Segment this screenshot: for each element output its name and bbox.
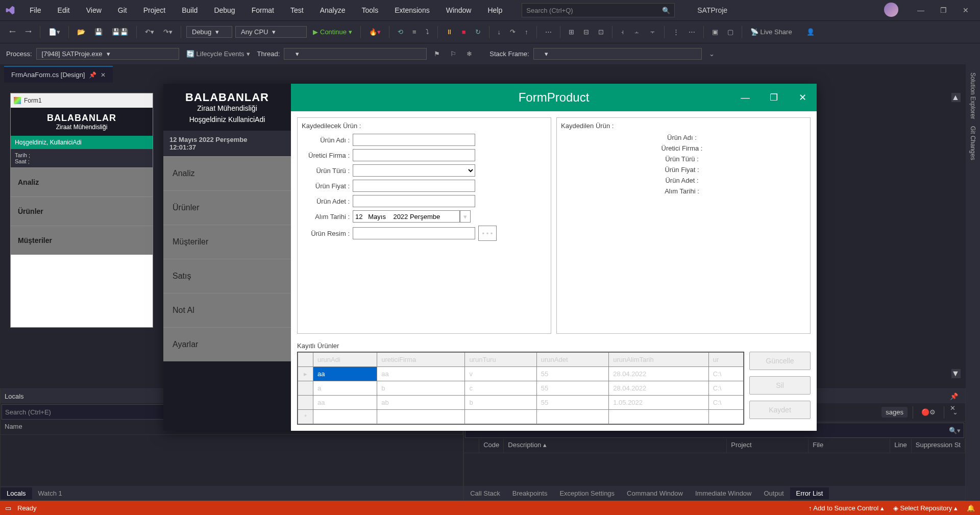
align-left-icon[interactable]: ⫞ [618, 26, 627, 38]
tab-exception[interactable]: Exception Settings [553, 487, 621, 499]
scrollbar[interactable]: ▼ [951, 369, 961, 378]
col-suppression[interactable]: Suppression St [912, 439, 965, 453]
table-row[interactable]: ▸ aa aa v 55 28.04.2022 C:\ [298, 367, 744, 381]
align-icon[interactable]: ⊡ [595, 26, 607, 38]
nav-notal[interactable]: Not Al [163, 293, 291, 327]
rows-icon[interactable]: ≡ [409, 26, 420, 38]
update-button[interactable]: Güncelle [749, 352, 811, 370]
app-maximize-button[interactable]: ❐ [760, 84, 788, 111]
continue-button[interactable]: ▶ Continue ▾ [310, 26, 355, 38]
threads-icon[interactable]: ❄ [463, 48, 475, 60]
toolbar-icon[interactable]: ⋯ [542, 26, 555, 38]
table-new-row[interactable]: * [298, 410, 744, 424]
save-icon[interactable]: 💾 [91, 26, 106, 38]
select-product-type[interactable] [353, 164, 475, 177]
chevron-down-icon[interactable]: ▾ [460, 210, 471, 223]
feedback-icon[interactable]: 👤 [803, 26, 818, 38]
col-file[interactable]: File [808, 439, 890, 453]
select-repository[interactable]: ◈ Select Repository ▴ [893, 504, 958, 512]
table-row[interactable]: aa ab b 55 1.05.2022 C:\ [298, 396, 744, 410]
menu-project[interactable]: Project [136, 3, 173, 17]
align-center-icon[interactable]: ⫠ [630, 26, 643, 38]
menu-edit[interactable]: Edit [51, 3, 77, 17]
thread-dropdown[interactable]: ▾ [284, 48, 427, 60]
browse-button[interactable]: • • • [478, 226, 497, 241]
menu-analyze[interactable]: Analyze [313, 3, 353, 17]
tab-locals[interactable]: Locals [1, 487, 32, 499]
config-dropdown[interactable]: Debug▾ [186, 26, 232, 38]
dock-solution-explorer[interactable]: Solution Explorer [968, 69, 977, 122]
pin-icon[interactable]: 📌 [89, 71, 96, 79]
spacing-icon[interactable]: ⋮ [670, 26, 682, 38]
tab-immediate[interactable]: Immediate Window [689, 487, 758, 499]
intellisense-filter-icon[interactable]: 🔴⚙ [918, 406, 939, 418]
products-datagrid[interactable]: urunAdi ureticiFirma urunTuru urunAdet u… [297, 352, 744, 425]
step-over-icon[interactable]: ↷ [507, 26, 519, 38]
scrollbar[interactable]: ▲ [951, 93, 961, 102]
global-search[interactable]: Search (Ctrl+Q) 🔍 [522, 3, 675, 17]
dock-git-changes[interactable]: Git Changes [968, 123, 977, 163]
col-more[interactable]: ur [708, 353, 743, 367]
menu-build[interactable]: Build [175, 3, 205, 17]
restore-button[interactable]: ❐ [933, 3, 953, 18]
col-urunturu[interactable]: urunTuru [465, 353, 536, 367]
step-icon[interactable]: ⤵ [423, 26, 432, 38]
browser-link-icon[interactable]: ⟲ [395, 26, 406, 38]
platform-dropdown[interactable]: Any CPU▾ [235, 26, 307, 38]
col-project[interactable]: Project [727, 439, 808, 453]
close-tab-icon[interactable]: ✕ [101, 71, 106, 79]
row-selector-icon[interactable]: ▸ [298, 367, 313, 381]
add-source-control[interactable]: ↑ Add to Source Control ▴ [808, 504, 884, 512]
col-urunadi[interactable]: urunAdi [313, 353, 377, 367]
flag2-icon[interactable]: ⚐ [447, 48, 459, 60]
form-designer-preview[interactable]: Form1 BALABANLAR Ziraat Mühendisliği Hoş… [10, 93, 153, 328]
pause-icon[interactable]: ⏸ [443, 26, 456, 38]
lifecycle-icon[interactable]: 🔄 Lifecycle Events ▾ [183, 48, 253, 60]
stackframe-dropdown[interactable]: ▾ [533, 48, 702, 60]
col-line[interactable]: Line [890, 439, 912, 453]
redo-icon[interactable]: ↷▾ [160, 26, 176, 38]
tab-breakpoints[interactable]: Breakpoints [506, 487, 554, 499]
user-avatar[interactable] [884, 3, 898, 17]
bring-front-icon[interactable]: ▣ [709, 26, 721, 38]
col-code[interactable]: Code [479, 439, 504, 453]
restart-icon[interactable]: ↻ [472, 26, 484, 38]
align-icon[interactable]: ⊞ [566, 26, 577, 38]
col-icon[interactable] [464, 439, 479, 453]
close-button[interactable]: ✕ [955, 3, 976, 18]
align-right-icon[interactable]: ⫟ [646, 26, 659, 38]
stop-icon[interactable]: ■ [459, 26, 469, 38]
messages-filter[interactable]: sages [881, 407, 908, 418]
nav-fwd-icon[interactable]: ⭢ [22, 26, 35, 38]
menu-view[interactable]: View [79, 3, 109, 17]
app-close-button[interactable]: ✕ [788, 84, 817, 111]
tab-command[interactable]: Command Window [621, 487, 689, 499]
input-qty[interactable] [353, 195, 475, 207]
open-folder-icon[interactable]: 📂 [74, 26, 88, 38]
flag-icon[interactable]: ⚑ [431, 48, 443, 60]
grid-corner[interactable] [298, 353, 313, 367]
menu-debug[interactable]: Debug [207, 3, 242, 17]
nav-urunler[interactable]: Ürünler [163, 190, 291, 225]
input-product-name[interactable] [353, 134, 475, 146]
menu-test[interactable]: Test [283, 3, 311, 17]
nav-satis[interactable]: Satış [163, 259, 291, 293]
menu-git[interactable]: Git [111, 3, 134, 17]
input-image[interactable] [353, 227, 475, 239]
minimize-button[interactable]: ― [911, 3, 931, 18]
nav-musteriler[interactable]: Müşteriler [163, 225, 291, 259]
step-into-icon[interactable]: ↓ [495, 26, 504, 38]
active-doc-tab[interactable]: FrmAnaForm.cs [Design] 📌 ✕ [4, 66, 113, 83]
step-out-icon[interactable]: ↑ [522, 26, 531, 38]
input-price[interactable] [353, 180, 475, 192]
tab-callstack[interactable]: Call Stack [464, 487, 506, 499]
process-dropdown[interactable]: [7948] SATProje.exe▾ [36, 48, 179, 60]
table-row[interactable]: a b c 55 28.04.2022 C:\ [298, 381, 744, 396]
col-ureticifirma[interactable]: ureticiFirma [377, 353, 465, 367]
input-date[interactable] [353, 210, 460, 223]
app-minimize-button[interactable]: ― [731, 84, 760, 111]
menu-extensions[interactable]: Extensions [387, 3, 436, 17]
menu-help[interactable]: Help [480, 3, 509, 17]
send-back-icon[interactable]: ▢ [724, 26, 737, 38]
preview-nav-item[interactable]: Analiz [11, 167, 153, 197]
